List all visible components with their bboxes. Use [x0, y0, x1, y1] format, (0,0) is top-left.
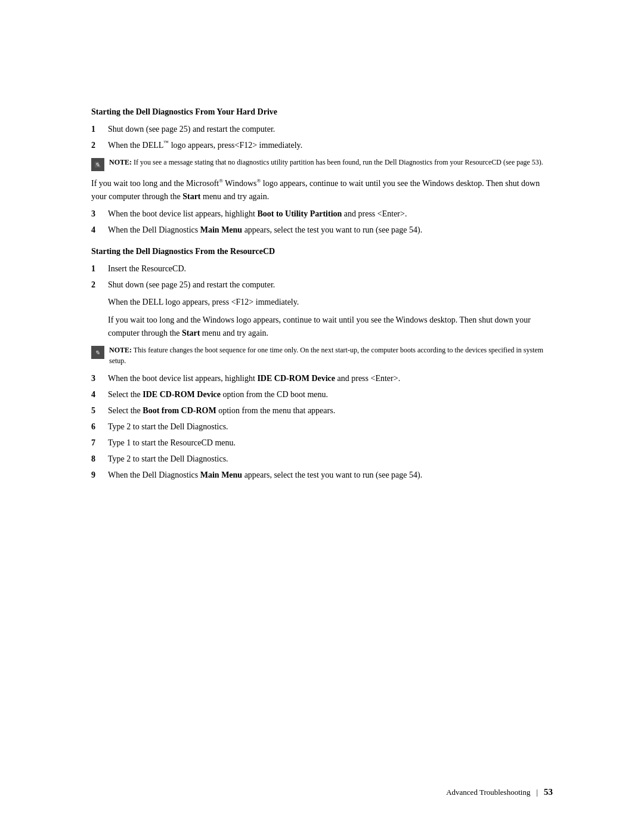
item-number: 4 [91, 224, 106, 236]
page: Starting the Dell Diagnostics From Your … [0, 0, 644, 833]
list-item: 5 Select the Boot from CD-ROM option fro… [91, 404, 553, 417]
list-item: 2 Shut down (see page 25) and restart th… [91, 278, 553, 291]
note-icon: ✎ [91, 158, 104, 171]
note-content-2: This feature changes the boot sequence f… [109, 346, 543, 364]
item-text: When the boot device list appears, highl… [108, 208, 553, 220]
item-number: 3 [91, 372, 106, 385]
item-text: Shut down (see page 25) and restart the … [108, 278, 553, 291]
footer-page-number: 53 [544, 787, 553, 797]
note-icon-2: ✎ [91, 346, 104, 359]
list-item: 4 Select the IDE CD-ROM Device option fr… [91, 388, 553, 401]
item-text: Insert the ResourceCD. [108, 262, 553, 275]
item-text: When the boot device list appears, highl… [108, 372, 553, 385]
item-text: When the Dell Diagnostics Main Menu appe… [108, 469, 553, 481]
item-number: 1 [91, 123, 106, 135]
list-item: 1 Shut down (see page 25) and restart th… [91, 123, 553, 135]
section1-heading: Starting the Dell Diagnostics From Your … [91, 107, 553, 117]
item-text: Select the Boot from CD-ROM option from … [108, 404, 553, 417]
item-text: Shut down (see page 25) and restart the … [108, 123, 553, 135]
list-item: 9 When the Dell Diagnostics Main Menu ap… [91, 469, 553, 481]
item-number: 4 [91, 388, 106, 401]
list-item: 3 When the boot device list appears, hig… [91, 372, 553, 385]
item-text: Type 1 to start the ResourceCD menu. [108, 436, 553, 449]
note-block-2: ✎ NOTE: This feature changes the boot se… [91, 345, 553, 366]
section2-paragraph2: If you wait too long and the Windows log… [108, 314, 553, 339]
section2: Starting the Dell Diagnostics From the R… [91, 247, 553, 481]
footer-section-label: Advanced Troubleshooting [446, 788, 530, 797]
item-number: 5 [91, 404, 106, 417]
item-number: 7 [91, 436, 106, 449]
item-text: Select the IDE CD-ROM Device option from… [108, 388, 553, 401]
note-text-1: NOTE: If you see a message stating that … [109, 157, 543, 168]
note-content: If you see a message stating that no dia… [134, 158, 543, 166]
note-text-2: NOTE: This feature changes the boot sequ… [109, 345, 553, 366]
section1-list2: 3 When the boot device list appears, hig… [91, 208, 553, 236]
note-label-2: NOTE: [109, 346, 132, 354]
svg-text:✎: ✎ [95, 162, 100, 168]
list-item: 8 Type 2 to start the Dell Diagnostics. [91, 453, 553, 465]
section2-list1: 1 Insert the ResourceCD. 2 Shut down (se… [91, 262, 553, 291]
item-number: 2 [91, 139, 106, 151]
item-text: When the Dell Diagnostics Main Menu appe… [108, 224, 553, 236]
item-number: 9 [91, 469, 106, 481]
section2-heading: Starting the Dell Diagnostics From the R… [91, 247, 553, 256]
list-item: 7 Type 1 to start the ResourceCD menu. [91, 436, 553, 449]
item-number: 2 [91, 278, 106, 291]
note-label: NOTE: [109, 158, 132, 166]
section1-list1: 1 Shut down (see page 25) and restart th… [91, 123, 553, 151]
item-number: 8 [91, 453, 106, 465]
list-item: 6 Type 2 to start the Dell Diagnostics. [91, 420, 553, 433]
list-item: 3 When the boot device list appears, hig… [91, 208, 553, 220]
item-text: Type 2 to start the Dell Diagnostics. [108, 420, 553, 433]
svg-text:✎: ✎ [95, 349, 100, 356]
list-item: 2 When the DELL™ logo appears, press<F12… [91, 139, 553, 151]
item-text: Type 2 to start the Dell Diagnostics. [108, 453, 553, 465]
item-number: 1 [91, 262, 106, 275]
section1-paragraph1: If you wait too long and the Microsoft® … [91, 177, 553, 203]
item-number: 6 [91, 420, 106, 433]
section2-list2: 3 When the boot device list appears, hig… [91, 372, 553, 481]
section2-paragraph1: When the DELL logo appears, press <F12> … [108, 296, 553, 309]
footer-divider: | [536, 788, 538, 797]
page-footer: Advanced Troubleshooting | 53 [446, 787, 553, 797]
item-text: When the DELL™ logo appears, press<F12> … [108, 139, 553, 151]
note-block-1: ✎ NOTE: If you see a message stating tha… [91, 157, 553, 171]
item-number: 3 [91, 208, 106, 220]
list-item: 4 When the Dell Diagnostics Main Menu ap… [91, 224, 553, 236]
list-item: 1 Insert the ResourceCD. [91, 262, 553, 275]
